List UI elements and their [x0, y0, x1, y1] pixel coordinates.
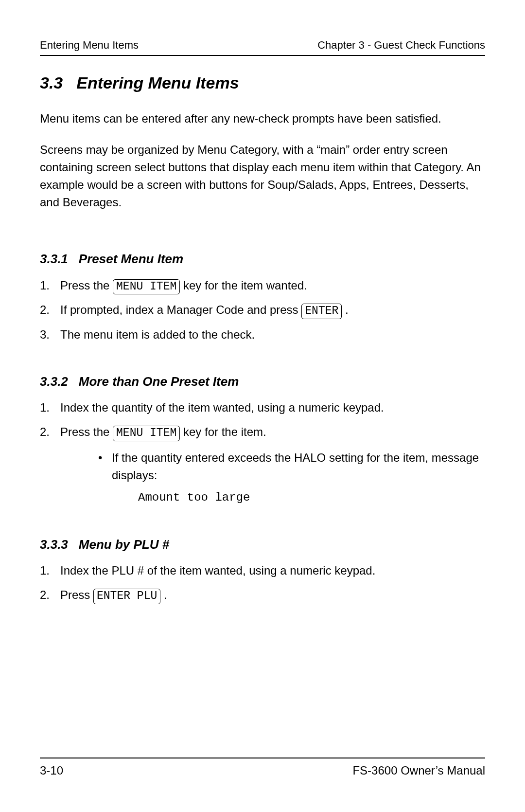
step-item: If prompted, index a Manager Code and pr…	[40, 301, 485, 319]
subsection-heading-333: 3.3.3Menu by PLU #	[40, 536, 485, 553]
section-heading: 3.3Entering Menu Items	[40, 72, 485, 95]
step-text: Press the	[60, 425, 113, 438]
step-item: Press ENTER PLU .	[40, 586, 485, 604]
step-text: key for the item.	[180, 425, 266, 438]
subsection-title: Preset Menu Item	[79, 252, 183, 266]
page-header: Entering Menu Items Chapter 3 - Guest Ch…	[40, 38, 485, 56]
step-item: Index the quantity of the item wanted, u…	[40, 399, 485, 416]
step-item: Press the MENU ITEM key for the item. If…	[40, 423, 485, 506]
menu-item-keycap: MENU ITEM	[113, 426, 180, 441]
system-message: Amount too large	[138, 489, 485, 506]
enter-keycap: ENTER	[301, 304, 342, 319]
menu-item-keycap: MENU ITEM	[113, 279, 180, 295]
step-item: Index the PLU # of the item wanted, usin…	[40, 562, 485, 579]
step-text: .	[160, 588, 167, 601]
header-left: Entering Menu Items	[40, 38, 139, 53]
subsection-title: More than One Preset Item	[79, 374, 239, 389]
step-text: The menu item is added to the check.	[60, 328, 255, 341]
step-text: Index the quantity of the item wanted, u…	[60, 401, 384, 414]
subsection-heading-331: 3.3.1Preset Menu Item	[40, 250, 485, 268]
subsection-number: 3.3.3	[40, 537, 68, 552]
subsection-title: Menu by PLU #	[79, 537, 169, 552]
subsection-heading-332: 3.3.2More than One Preset Item	[40, 373, 485, 390]
subsection-number: 3.3.2	[40, 374, 68, 389]
step-text: If prompted, index a Manager Code and pr…	[60, 303, 301, 316]
page-footer: 3-10 FS-3600 Owner’s Manual	[40, 758, 485, 779]
sub-bullet: If the quantity entered exceeds the HALO…	[98, 449, 485, 484]
steps-331: Press the MENU ITEM key for the item wan…	[40, 277, 485, 343]
footer-page-number: 3-10	[40, 762, 63, 779]
step-text: Index the PLU # of the item wanted, usin…	[60, 564, 375, 577]
footer-manual-title: FS-3600 Owner’s Manual	[352, 762, 485, 779]
step-item: The menu item is added to the check.	[40, 326, 485, 343]
section-title: Entering Menu Items	[76, 73, 239, 92]
step-item: Press the MENU ITEM key for the item wan…	[40, 277, 485, 295]
bullet-text: If the quantity entered exceeds the HALO…	[112, 451, 479, 482]
subsection-number: 3.3.1	[40, 252, 68, 266]
step-text: .	[342, 303, 348, 316]
enter-plu-keycap: ENTER PLU	[93, 589, 160, 604]
steps-332: Index the quantity of the item wanted, u…	[40, 399, 485, 506]
intro-paragraph-1: Menu items can be entered after any new-…	[40, 110, 485, 127]
step-text: key for the item wanted.	[180, 279, 307, 292]
section-number: 3.3	[40, 73, 63, 92]
intro-paragraph-2: Screens may be organized by Menu Categor…	[40, 141, 485, 211]
step-text: Press	[60, 588, 93, 601]
step-text: Press the	[60, 279, 113, 292]
steps-333: Index the PLU # of the item wanted, usin…	[40, 562, 485, 604]
header-right: Chapter 3 - Guest Check Functions	[317, 38, 485, 53]
